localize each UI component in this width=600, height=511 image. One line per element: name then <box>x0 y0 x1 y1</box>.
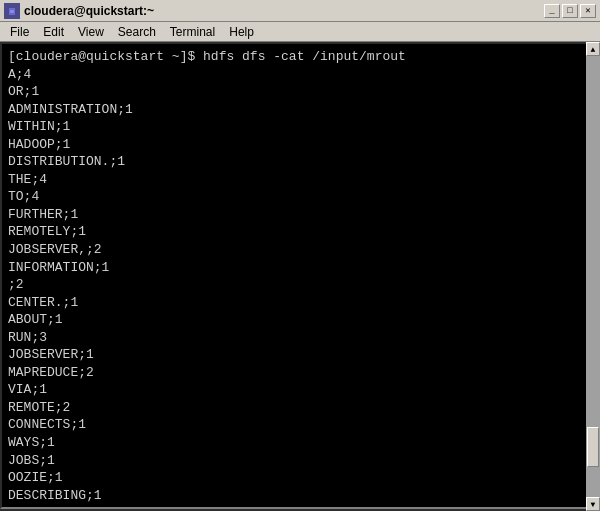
terminal-icon: ▣ <box>4 3 20 19</box>
menu-edit[interactable]: Edit <box>37 23 70 41</box>
minimize-button[interactable]: _ <box>544 4 560 18</box>
scroll-track[interactable] <box>586 56 600 497</box>
menu-view[interactable]: View <box>72 23 110 41</box>
menu-file[interactable]: File <box>4 23 35 41</box>
window: ▣ cloudera@quickstart:~ _ □ ✕ File Edit … <box>0 0 600 511</box>
menu-bar: File Edit View Search Terminal Help <box>0 22 600 42</box>
title-bar-left: ▣ cloudera@quickstart:~ <box>4 3 154 19</box>
window-controls: _ □ ✕ <box>544 4 596 18</box>
close-button[interactable]: ✕ <box>580 4 596 18</box>
terminal[interactable]: [cloudera@quickstart ~]$ hdfs dfs -cat /… <box>0 42 596 509</box>
scrollbar[interactable]: ▲ ▼ <box>586 42 600 511</box>
scroll-up-button[interactable]: ▲ <box>586 42 600 56</box>
terminal-wrapper: [cloudera@quickstart ~]$ hdfs dfs -cat /… <box>0 42 600 511</box>
menu-terminal[interactable]: Terminal <box>164 23 221 41</box>
menu-help[interactable]: Help <box>223 23 260 41</box>
terminal-output: [cloudera@quickstart ~]$ hdfs dfs -cat /… <box>8 48 588 503</box>
menu-search[interactable]: Search <box>112 23 162 41</box>
maximize-button[interactable]: □ <box>562 4 578 18</box>
title-bar: ▣ cloudera@quickstart:~ _ □ ✕ <box>0 0 600 22</box>
scroll-thumb[interactable] <box>587 427 599 467</box>
window-title: cloudera@quickstart:~ <box>24 4 154 18</box>
scroll-down-button[interactable]: ▼ <box>586 497 600 511</box>
